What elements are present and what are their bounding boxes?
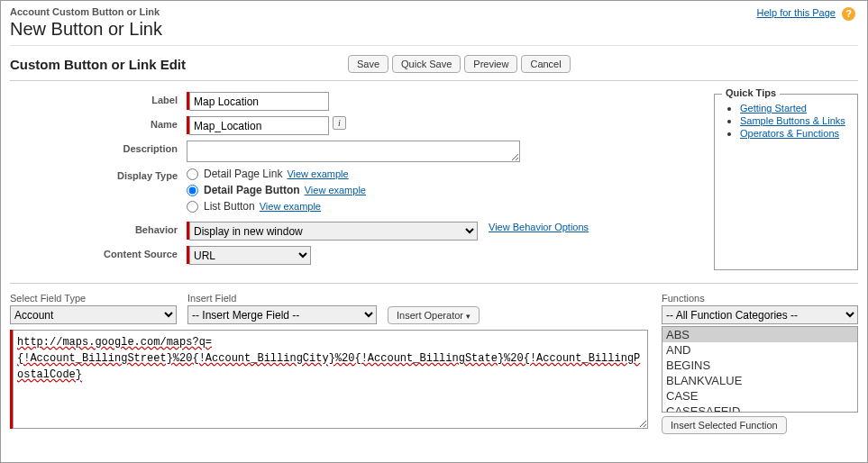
section-header: Custom Button or Link Edit Save Quick Sa… xyxy=(10,46,858,81)
save-button[interactable]: Save xyxy=(348,55,388,73)
insert-operator-button[interactable]: Insert Operator ▾ xyxy=(388,306,480,324)
insert-merge-field-select[interactable]: -- Insert Merge Field -- xyxy=(187,305,377,324)
content-source-select[interactable]: URL xyxy=(189,246,311,265)
quick-tips-title: Quick Tips xyxy=(722,87,780,98)
detail-page-button-radio[interactable] xyxy=(187,185,198,196)
description-label: Description xyxy=(10,141,187,154)
cancel-button[interactable]: Cancel xyxy=(521,55,570,73)
detail-page-button-label: Detail Page Button xyxy=(204,184,300,196)
function-item[interactable]: BLANKVALUE xyxy=(662,373,857,388)
quick-tip-link[interactable]: Getting Started xyxy=(740,103,807,113)
quick-tips-panel: Quick Tips Getting Started Sample Button… xyxy=(714,94,858,270)
list-button-radio[interactable] xyxy=(187,201,198,213)
list-button-label: List Button xyxy=(204,200,255,213)
section-title: Custom Button or Link Edit xyxy=(10,57,186,72)
function-item[interactable]: AND xyxy=(662,342,857,358)
detail-page-link-label: Detail Page Link xyxy=(204,168,282,180)
label-label: Label xyxy=(10,92,187,105)
function-category-select[interactable]: -- All Function Categories -- xyxy=(662,305,858,324)
divider xyxy=(10,283,858,284)
view-example-link[interactable]: View example xyxy=(287,168,348,179)
behavior-label: Behavior xyxy=(10,222,187,235)
view-example-link[interactable]: View example xyxy=(305,185,366,195)
insert-field-label: Insert Field xyxy=(187,293,377,304)
view-behavior-options-link[interactable]: View Behavior Options xyxy=(489,222,589,232)
info-icon[interactable]: i xyxy=(333,116,346,130)
function-item[interactable]: CASE xyxy=(662,388,857,404)
label-input[interactable] xyxy=(189,92,329,111)
formula-editor[interactable] xyxy=(13,330,648,429)
functions-label: Functions xyxy=(662,293,858,304)
preview-button[interactable]: Preview xyxy=(464,55,517,73)
detail-page-link-radio[interactable] xyxy=(187,168,198,180)
insert-selected-function-button[interactable]: Insert Selected Function xyxy=(662,416,787,434)
breadcrumb: Account Custom Button or Link xyxy=(10,6,858,17)
select-field-type-select[interactable]: Account xyxy=(10,305,177,324)
help-for-page-link[interactable]: Help for this Page ? xyxy=(757,7,856,21)
display-type-label: Display Type xyxy=(10,168,187,181)
behavior-select[interactable]: Display in new window xyxy=(189,222,478,241)
page-title: New Button or Link xyxy=(10,19,858,40)
function-list[interactable]: ABS AND BEGINS BLANKVALUE CASE CASESAFEI… xyxy=(662,326,858,413)
description-input[interactable] xyxy=(187,141,520,162)
chevron-down-icon: ▾ xyxy=(466,312,471,321)
select-field-type-label: Select Field Type xyxy=(10,293,177,304)
function-item[interactable]: ABS xyxy=(662,327,857,342)
view-example-link[interactable]: View example xyxy=(260,201,321,212)
help-icon: ? xyxy=(842,7,855,21)
function-item[interactable]: CASESAFEID xyxy=(662,404,857,413)
quick-tip-link[interactable]: Operators & Functions xyxy=(740,128,839,139)
content-source-label: Content Source xyxy=(10,246,187,259)
quick-tip-link[interactable]: Sample Buttons & Links xyxy=(740,115,845,126)
name-input[interactable] xyxy=(189,116,329,135)
function-item[interactable]: BEGINS xyxy=(662,358,857,373)
name-label: Name xyxy=(10,116,187,130)
quick-save-button[interactable]: Quick Save xyxy=(392,55,461,73)
help-for-page-text: Help for this Page xyxy=(757,7,836,18)
